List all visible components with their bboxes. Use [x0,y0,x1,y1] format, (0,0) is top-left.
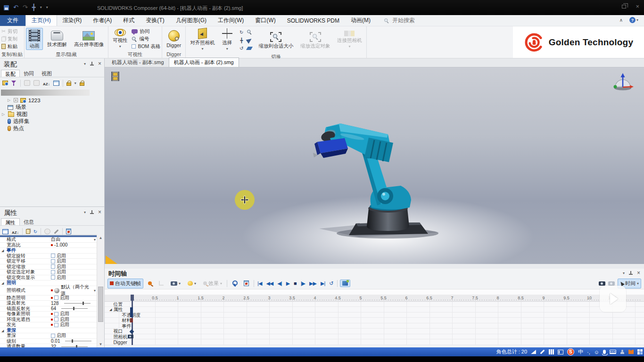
high-res-image-button[interactable]: 高分辨率图像 [71,30,107,49]
scroll-up-icon[interactable]: ▲ [97,236,104,240]
document-mode-icon[interactable] [558,350,563,354]
keyframe-marker[interactable] [130,307,133,317]
tree-item-hotspots[interactable]: 热点 [0,125,104,132]
tab-collaborate[interactable]: 协同 [20,70,38,77]
checkbox[interactable] [51,254,55,258]
stop-button[interactable] [293,280,297,287]
panel-menu-icon[interactable] [84,62,86,66]
expand-arrow-icon[interactable] [2,112,6,116]
start-search[interactable]: 开始搜索 [384,15,415,26]
chevron-down-icon[interactable] [94,288,96,293]
property-row[interactable]: 照明模式默认（两个光源 [0,286,97,296]
navigation-triad-icon[interactable] [610,71,636,93]
move-mode-icon[interactable]: ╋ [32,4,36,11]
microphone-icon[interactable] [603,350,606,354]
categorized-view-icon[interactable] [2,229,8,234]
actor-keyframe-button[interactable] [185,280,198,287]
visibility-checkbox[interactable] [14,98,18,102]
chevron-down-icon[interactable]: ▾ [40,4,42,11]
ghost-mode-alt-icon[interactable] [33,80,40,86]
menu-tab[interactable]: 工作间(W) [212,15,249,26]
ime-language-mode[interactable]: 中 [578,348,583,355]
pin-icon[interactable] [90,210,94,214]
document-tab-active[interactable]: 机器人动画 - 副本 (2).smg [169,58,239,67]
menu-tab[interactable]: 渲染(R) [57,15,88,26]
close-icon[interactable]: × [98,62,101,66]
sort-alphabetical-icon[interactable] [43,79,50,87]
camera-switch-alt-icon[interactable] [608,281,615,286]
tab-properties[interactable]: 属性 [1,218,20,225]
effects-button[interactable]: 效果 [201,279,224,288]
marker-mode-button[interactable] [340,280,350,287]
tab-views[interactable]: 视图 [38,70,56,77]
pin-icon[interactable] [90,62,94,66]
help-button[interactable]: ? [629,17,638,23]
scroll-down-icon[interactable]: ▼ [97,342,104,346]
look-at-plane-icon[interactable] [246,47,253,50]
tree-item-scene[interactable]: 场景 [0,104,104,111]
assembly-filter-bar[interactable] [1,90,90,96]
pin-icon[interactable] [629,271,633,275]
step-back-button[interactable] [276,280,282,287]
menu-tab[interactable]: 作者(A) [87,15,117,26]
show-parts-icon[interactable] [2,81,8,85]
camera-keyframe-button[interactable] [168,280,183,287]
timeline-track-label[interactable]: Digger [105,340,127,346]
zoom-icon[interactable] [247,30,252,34]
keyboard-icon[interactable] [610,350,616,354]
ghost-mode-icon[interactable] [24,80,30,86]
loop-button[interactable] [328,280,334,287]
file-menu-button[interactable]: 文件 [0,15,25,26]
copy-button[interactable]: 复制 [1,35,17,42]
digger-button[interactable]: Digger [164,29,184,49]
menu-tab[interactable]: 变换(T) [140,15,170,26]
filter-keys-button[interactable] [157,280,166,287]
timeline-track-label[interactable]: 属性 [105,307,123,313]
scrollbar[interactable]: ▲ ▼ [97,235,104,347]
export-properties-icon[interactable] [26,229,30,234]
orbit-icon[interactable]: ↻ [239,30,243,35]
technical-illustration-button[interactable]: 技术图解 [44,29,70,49]
close-window-icon[interactable]: × [636,4,639,9]
panel-menu-icon[interactable] [623,271,625,275]
menu-tab[interactable]: SOLIDWORKS PDM [281,15,345,26]
rewind-button[interactable] [265,280,274,287]
keyframe-marker[interactable] [130,318,133,322]
visibility-button[interactable]: 可视性 [110,27,131,51]
redo-icon[interactable]: ↷ [23,4,28,11]
checkbox[interactable] [54,312,58,316]
restore-window-icon[interactable] [622,5,626,8]
menu-tab[interactable]: 样式 [117,15,140,26]
ime-punctuation-icon[interactable]: ·, [587,349,590,355]
filter-icon[interactable] [11,80,17,86]
lock-add-icon[interactable] [80,82,84,86]
scrollbar-thumb[interactable] [98,287,103,322]
close-icon[interactable]: × [98,210,101,214]
edit-keys-button[interactable] [241,279,251,288]
numbering-button[interactable]: 编号 [132,35,160,42]
history-icon[interactable] [44,229,50,234]
brush-icon[interactable] [54,229,59,234]
play-button[interactable] [285,280,290,287]
property-row[interactable]: 通道数量32 [0,344,97,347]
video-play-overlay-button[interactable] [600,286,626,312]
go-to-end-button[interactable] [320,280,326,287]
checkbox[interactable] [51,259,55,263]
pan-icon[interactable]: ╋ [240,38,243,43]
slider[interactable] [61,306,88,311]
grid-icon[interactable] [549,349,554,354]
link-camera-button[interactable]: 连接照相机 [334,29,365,51]
timeline-ruler[interactable]: 0.511.522.533.544.555.566.577.588.599.51… [105,295,644,302]
zoom-selection-button[interactable]: 缩放选定对象 [297,31,333,50]
skin-icon[interactable] [628,350,634,354]
close-icon[interactable]: × [637,271,640,275]
customize-quick-access-icon[interactable]: ▾ [46,4,48,11]
splitter[interactable] [105,264,644,269]
auto-keyframe-button[interactable]: 自动关键帧 [107,279,143,288]
tree-item-views[interactable]: 视图 [0,111,104,118]
chevron-down-icon[interactable] [94,238,96,242]
emoji-icon[interactable]: ☺ [594,349,599,355]
tab-assembly[interactable]: 装配 [1,70,20,77]
step-forward-button[interactable] [300,280,306,287]
account-icon[interactable] [620,350,625,354]
